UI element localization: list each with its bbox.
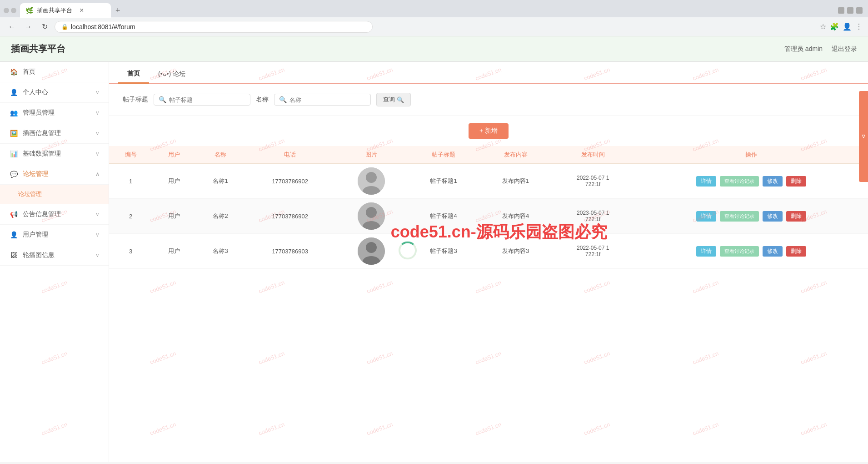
- tab-home[interactable]: 首页: [118, 65, 149, 84]
- sidebar-label-home: 首页: [23, 68, 100, 76]
- chevron-down-icon-4: ∨: [95, 151, 100, 157]
- sidebar-item-announcement[interactable]: 📢 公告信息管理 ∨: [0, 204, 109, 225]
- edit-button[interactable]: 修改: [763, 176, 783, 187]
- cell-user: 用户: [152, 199, 195, 234]
- sidebar-label-profile: 个人中心: [23, 88, 95, 96]
- search-icon-name: 🔍: [279, 96, 287, 103]
- cell-id: 3: [109, 234, 152, 269]
- query-button[interactable]: 查询 🔍: [376, 93, 411, 106]
- cell-avatar: [335, 234, 408, 269]
- profile-icon[interactable]: 👤: [843, 22, 852, 31]
- svg-point-7: [366, 242, 377, 253]
- data-icon: 📊: [9, 149, 18, 158]
- cell-time: 2022-05-07 1722:1f: [552, 164, 634, 199]
- admin-icon: 👥: [9, 108, 18, 117]
- window-maximize[interactable]: [847, 7, 853, 14]
- new-tab-button[interactable]: +: [111, 6, 125, 15]
- browser-tab[interactable]: 🌿 插画共享平台 ×: [20, 3, 111, 18]
- name-input-wrap: 🔍: [274, 94, 371, 106]
- address-bar[interactable]: 🔒 localhost:8081/#/forum: [55, 21, 373, 33]
- chevron-down-icon-6: ∨: [95, 232, 100, 238]
- th-phone: 电话: [245, 146, 335, 164]
- search-icon-post: 🔍: [159, 96, 166, 103]
- cell-post-title: 帖子标题1: [408, 164, 480, 199]
- th-content: 发布内容: [479, 146, 552, 164]
- detail-button[interactable]: 详情: [696, 246, 716, 257]
- avatar: [358, 237, 385, 265]
- cell-user: 用户: [152, 164, 195, 199]
- browser-back[interactable]: ←: [5, 20, 18, 33]
- sidebar-item-admin-mgmt[interactable]: 👥 管理员管理 ∨: [0, 103, 109, 123]
- edit-button[interactable]: 修改: [763, 211, 783, 222]
- cell-actions: 详情 查看讨论记录 修改 删除: [634, 234, 868, 269]
- sidebar-item-illustration[interactable]: 🖼️ 插画信息管理 ∨: [0, 123, 109, 144]
- window-close[interactable]: [856, 7, 863, 14]
- add-btn-wrap: + 新增: [109, 116, 868, 146]
- tab-forum[interactable]: (•ᴗ•) 论坛: [149, 66, 195, 83]
- app-logo: 插画共享平台: [11, 43, 65, 55]
- detail-button[interactable]: 详情: [696, 176, 716, 187]
- loading-spinner: [399, 242, 417, 261]
- chevron-down-icon-3: ∨: [95, 130, 100, 136]
- add-button[interactable]: + 新增: [469, 123, 509, 139]
- avatar: [358, 167, 385, 195]
- post-title-input[interactable]: [169, 96, 245, 103]
- edit-button[interactable]: 修改: [763, 246, 783, 257]
- address-text: localhost:8081/#/forum: [71, 23, 135, 30]
- sidebar-item-forum-sub[interactable]: 论坛管理: [0, 185, 109, 204]
- tab-close[interactable]: ×: [80, 6, 84, 15]
- tab-title: 插画共享平台: [37, 6, 72, 15]
- user-icon: 👤: [9, 230, 18, 239]
- delete-button[interactable]: 删除: [786, 211, 806, 222]
- sidebar-item-profile[interactable]: 👤 个人中心 ∨: [0, 82, 109, 103]
- sidebar-label-forum: 论坛管理: [23, 170, 95, 178]
- search-bar: 帖子标题 🔍 名称 🔍 查询 🔍: [109, 84, 868, 116]
- table-row: 1 用户 名称1 17703786902: [109, 164, 868, 199]
- cell-name: 名称1: [196, 164, 245, 199]
- review-button[interactable]: 查看讨论记录: [720, 176, 759, 187]
- cell-avatar: [335, 164, 408, 199]
- table-row: 2 用户 名称2 17703786902: [109, 199, 868, 234]
- name-input[interactable]: [289, 96, 366, 103]
- sidebar-item-user-mgmt[interactable]: 👤 用户管理 ∨: [0, 225, 109, 245]
- sidebar-label-admin: 管理员管理: [23, 109, 95, 117]
- cell-actions: 详情 查看讨论记录 修改 删除: [634, 164, 868, 199]
- th-name: 名称: [196, 146, 245, 164]
- window-minimize[interactable]: [838, 7, 844, 14]
- extension-icon[interactable]: 🧩: [830, 22, 839, 31]
- sidebar-label-banner: 轮播图信息: [23, 251, 95, 259]
- sidebar-item-forum[interactable]: 💬 论坛管理 ∧: [0, 164, 109, 185]
- sidebar-label-basic-data: 基础数据管理: [23, 150, 95, 158]
- review-button[interactable]: 查看讨论记录: [720, 246, 759, 257]
- announcement-icon: 📢: [9, 210, 18, 219]
- add-button-label: + 新增: [479, 127, 498, 135]
- right-edge-panel: ⊲: [859, 91, 868, 182]
- app-header: 插画共享平台 管理员 admin 退出登录: [0, 36, 868, 62]
- nav-tabs: 首页 (•ᴗ•) 论坛: [109, 62, 868, 84]
- delete-button[interactable]: 删除: [786, 176, 806, 187]
- cell-phone: 17703786902: [245, 164, 335, 199]
- detail-button[interactable]: 详情: [696, 211, 716, 222]
- sidebar: 🏠 首页 👤 个人中心 ∨ 👥 管理员管理 ∨ 🖼️ 插画信息管理 ∨: [0, 62, 109, 462]
- browser-forward[interactable]: →: [22, 20, 35, 33]
- name-label: 名称: [256, 96, 269, 104]
- cell-user: 用户: [152, 234, 195, 269]
- sidebar-item-home[interactable]: 🏠 首页: [0, 62, 109, 82]
- th-avatar: 图片: [335, 146, 408, 164]
- sidebar-item-banner[interactable]: 🖼 轮播图信息 ∨: [0, 245, 109, 266]
- chevron-down-icon: ∨: [95, 89, 100, 96]
- delete-button[interactable]: 删除: [786, 246, 806, 257]
- svg-point-4: [366, 207, 377, 218]
- review-button[interactable]: 查看讨论记录: [720, 211, 759, 222]
- cell-post-title: 帖子标题4: [408, 199, 480, 234]
- menu-icon[interactable]: ⋮: [855, 22, 863, 31]
- sidebar-item-basic-data[interactable]: 📊 基础数据管理 ∨: [0, 144, 109, 164]
- browser-refresh[interactable]: ↻: [38, 20, 51, 33]
- logout-button[interactable]: 退出登录: [832, 45, 857, 53]
- sidebar-label-illustration: 插画信息管理: [23, 129, 95, 137]
- tab-favicon: 🌿: [25, 7, 33, 14]
- cell-actions: 详情 查看讨论记录 修改 删除: [634, 199, 868, 234]
- table-header-row: 编号 用户 名称 电话 图片 帖子标题 发布内容 发布时间 操作: [109, 146, 868, 164]
- right-edge-icon: ⊲: [860, 134, 867, 139]
- bookmark-star-icon[interactable]: ☆: [820, 22, 826, 31]
